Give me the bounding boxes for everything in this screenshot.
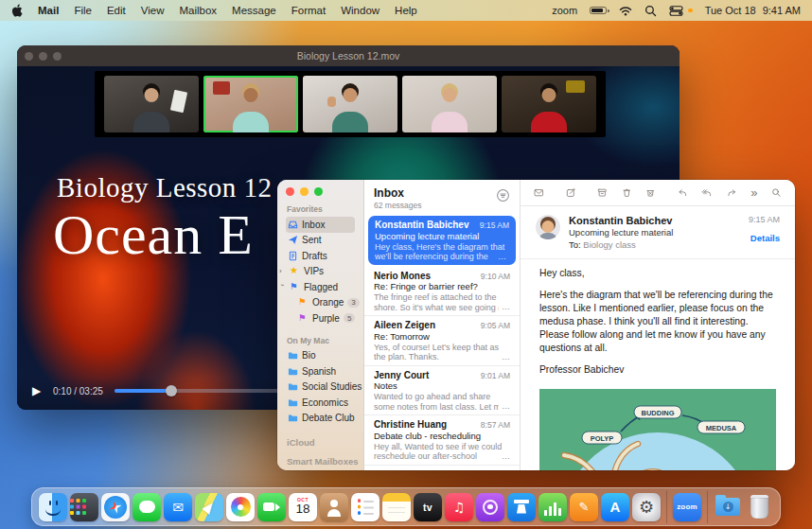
participant-figure bbox=[203, 76, 298, 132]
sidebar-item-drafts[interactable]: Drafts bbox=[286, 248, 355, 264]
menu-window[interactable]: Window bbox=[341, 5, 380, 16]
menu-time[interactable]: 9:41 AM bbox=[763, 5, 801, 16]
sidebar-section-smart-mailboxes[interactable]: Smart Mailboxes bbox=[287, 456, 363, 467]
dock-appstore-icon[interactable]: A bbox=[601, 493, 629, 521]
menu-format[interactable]: Format bbox=[291, 5, 326, 16]
participant-figure bbox=[402, 76, 497, 132]
menu-view[interactable]: View bbox=[141, 5, 165, 16]
compose-icon[interactable] bbox=[566, 185, 576, 200]
sidebar-folder-spanish[interactable]: Spanish bbox=[286, 363, 355, 379]
menu-help[interactable]: Help bbox=[395, 5, 417, 16]
dock-notes-icon[interactable] bbox=[382, 493, 411, 521]
sidebar-folder-debate-club[interactable]: Debate Club bbox=[286, 411, 355, 427]
message-row[interactable]: Darla Davidson8:55 AM Tomorrow's class A… bbox=[364, 466, 520, 471]
message-row[interactable]: Jenny Court9:01 AM Notes Wanted to go ah… bbox=[364, 366, 520, 416]
folder-icon bbox=[288, 381, 298, 392]
sidebar-item-vips[interactable]: › ★ VIPs bbox=[286, 264, 355, 280]
details-link[interactable]: Details bbox=[749, 233, 780, 243]
forward-icon[interactable] bbox=[727, 185, 737, 200]
sidebar-item-flag-purple[interactable]: ⚑ Purple 5 bbox=[286, 310, 355, 326]
reply-icon[interactable] bbox=[678, 185, 688, 200]
minimize-button[interactable] bbox=[300, 187, 309, 196]
reply-all-icon[interactable] bbox=[701, 185, 712, 200]
sidebar-section-icloud[interactable]: iCloud bbox=[287, 437, 363, 448]
sidebar-folder-economics[interactable]: Economics bbox=[286, 395, 355, 411]
message-time: 9:05 AM bbox=[481, 321, 510, 330]
dock-zoom-icon[interactable]: zoom bbox=[673, 493, 701, 521]
progress-handle[interactable] bbox=[166, 385, 177, 397]
inbox-icon bbox=[288, 220, 298, 230]
close-button[interactable] bbox=[286, 187, 294, 196]
status-zoom-app[interactable]: zoom bbox=[552, 5, 577, 16]
message-row-selected[interactable]: Konstantin Babichev9:15 AM Upcoming lect… bbox=[368, 216, 516, 265]
zoom-button[interactable] bbox=[314, 187, 323, 196]
participant-figure bbox=[104, 76, 199, 132]
dock-messages-icon[interactable] bbox=[132, 493, 161, 521]
menu-message[interactable]: Message bbox=[232, 5, 276, 16]
chevron-right-icon[interactable]: › bbox=[279, 267, 286, 275]
sidebar-item-sent[interactable]: Sent bbox=[286, 233, 355, 249]
message-preview: Yes, of course! Let's keep that as the p… bbox=[374, 343, 510, 362]
zoom-label: zoom bbox=[677, 503, 697, 511]
message-row[interactable]: Aileen Zeigen9:05 AM Re: Tomorrow Yes, o… bbox=[364, 316, 520, 366]
play-button[interactable]: ▶ bbox=[32, 384, 53, 397]
sidebar-label: Purple bbox=[312, 313, 340, 324]
playback-time: 0:10 / 03:25 bbox=[53, 386, 103, 397]
dock-maps-icon[interactable] bbox=[195, 493, 223, 521]
junk-icon[interactable] bbox=[645, 185, 656, 200]
participant-video-3 bbox=[303, 76, 397, 132]
dock-safari-icon[interactable] bbox=[101, 493, 130, 521]
dock-trash-icon[interactable] bbox=[745, 493, 773, 521]
menu-app-name[interactable]: Mail bbox=[38, 5, 59, 16]
dock-calendar-icon[interactable]: OCT 18 bbox=[289, 493, 317, 521]
archive-icon[interactable] bbox=[597, 185, 608, 200]
sidebar-folder-bio[interactable]: Bio bbox=[286, 348, 355, 364]
control-center-icon[interactable] bbox=[669, 6, 683, 16]
sidebar-folder-social-studies[interactable]: Social Studies bbox=[286, 379, 355, 396]
search-icon[interactable] bbox=[771, 185, 782, 200]
dock-downloads-icon[interactable]: ↓ bbox=[714, 493, 742, 521]
menu-file[interactable]: File bbox=[74, 5, 92, 16]
dock-numbers-icon[interactable] bbox=[538, 493, 567, 521]
dock-pages-icon[interactable]: ✎ bbox=[570, 493, 598, 521]
sidebar-item-flagged[interactable]: › ⚑ Flagged bbox=[286, 279, 355, 295]
calendar-day: 18 bbox=[295, 503, 309, 516]
dock-facetime-icon[interactable] bbox=[257, 493, 286, 521]
message-count: 62 messages bbox=[374, 201, 422, 210]
dock-podcasts-icon[interactable] bbox=[476, 493, 504, 521]
filter-icon[interactable] bbox=[496, 188, 510, 203]
sidebar-label: Social Studies bbox=[302, 381, 362, 392]
search-icon[interactable] bbox=[644, 5, 657, 17]
message-row[interactable]: Nerio Mones9:10 AM Re: Fringe or barrier… bbox=[364, 267, 520, 317]
sidebar-item-inbox[interactable]: Inbox bbox=[286, 217, 355, 233]
more-toolbar-icon[interactable]: » bbox=[750, 186, 757, 199]
participant-video-4 bbox=[402, 76, 497, 132]
message-row[interactable]: Christine Huang8:57 AM Debate club - res… bbox=[364, 415, 520, 466]
chevron-down-icon[interactable]: › bbox=[278, 284, 287, 291]
quicktime-title-bar[interactable]: Biology Lesson 12.mov bbox=[17, 45, 680, 66]
dock-photos-icon[interactable] bbox=[226, 493, 255, 521]
get-mail-icon[interactable] bbox=[534, 185, 544, 200]
dock-music-icon[interactable]: ♫ bbox=[445, 493, 473, 521]
menu-date[interactable]: Tue Oct 18 bbox=[705, 5, 756, 16]
dock-reminders-icon[interactable] bbox=[351, 493, 380, 521]
dock-keynote-icon[interactable] bbox=[507, 493, 536, 521]
dock-contacts-icon[interactable] bbox=[320, 493, 348, 521]
dock-mail-icon[interactable]: ✉ bbox=[164, 493, 192, 521]
trash-icon[interactable] bbox=[622, 185, 632, 200]
apple-logo-icon[interactable] bbox=[11, 4, 23, 17]
wifi-icon[interactable] bbox=[619, 6, 632, 16]
sender-avatar bbox=[536, 215, 560, 239]
count-badge: 3 bbox=[347, 298, 359, 308]
dock-system-settings-icon[interactable]: ⚙ bbox=[632, 493, 661, 521]
message-time: 9:15 AM bbox=[480, 220, 509, 230]
dock-launchpad-icon[interactable] bbox=[70, 493, 98, 521]
dock-finder-icon[interactable] bbox=[39, 493, 67, 521]
sidebar-item-flag-orange[interactable]: ⚑ Orange 3 bbox=[286, 295, 355, 311]
dock-tv-icon[interactable]: tv bbox=[414, 493, 442, 521]
battery-icon[interactable] bbox=[590, 7, 607, 15]
window-controls bbox=[286, 187, 363, 196]
menu-edit[interactable]: Edit bbox=[107, 5, 126, 16]
participant-strip bbox=[95, 71, 606, 137]
menu-mailbox[interactable]: Mailbox bbox=[179, 5, 217, 16]
